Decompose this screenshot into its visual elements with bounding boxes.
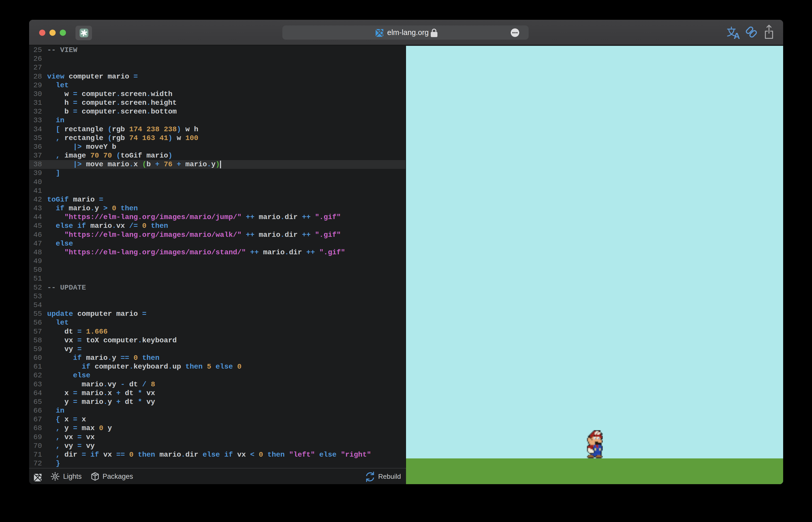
svg-text:A: A — [734, 31, 740, 41]
